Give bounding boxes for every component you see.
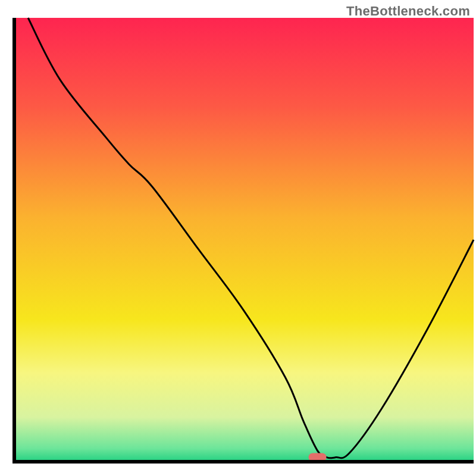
watermark-text: TheBottleneck.com xyxy=(346,4,470,19)
bottleneck-chart xyxy=(0,0,476,476)
chart-container: TheBottleneck.com xyxy=(0,0,476,476)
plot-gradient xyxy=(14,18,474,462)
